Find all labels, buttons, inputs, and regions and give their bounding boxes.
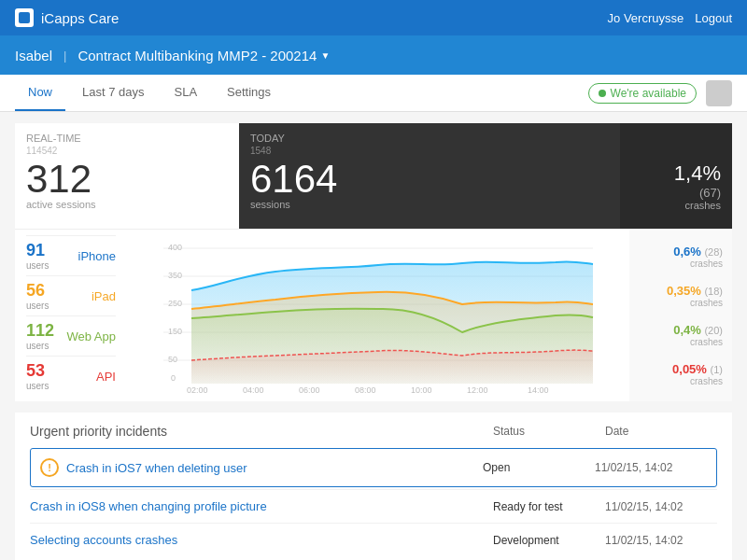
today-panel: Today 1548 6164 sessions xyxy=(239,123,620,229)
svg-text:06:00: 06:00 xyxy=(299,385,320,395)
svg-text:50: 50 xyxy=(168,355,177,364)
svg-text:350: 350 xyxy=(168,271,182,280)
crash-webapp: 0,4% (20) crashes xyxy=(639,323,723,347)
incident-2-title[interactable]: Crash in iOS8 when changing profile pict… xyxy=(30,499,493,513)
svg-text:250: 250 xyxy=(168,299,182,308)
contract-name: Contract Multibanking MMP2 - 200214 xyxy=(78,48,317,63)
tab-now[interactable]: Now xyxy=(15,75,65,111)
today-label: Today xyxy=(250,133,609,144)
device-metrics-left: 91 users iPhone 56 users iPad 112 users … xyxy=(15,230,127,401)
user-avatar[interactable] xyxy=(706,80,732,106)
status-column-header: Status xyxy=(493,425,605,438)
tab-last7days[interactable]: Last 7 days xyxy=(69,75,158,111)
right-crashes: 0,6% (28) crashes 0,35% (18) crashes 0,4… xyxy=(629,230,732,401)
tab-settings[interactable]: Settings xyxy=(214,75,284,111)
svg-text:14:00: 14:00 xyxy=(528,385,549,395)
svg-text:10:00: 10:00 xyxy=(411,385,432,395)
top-header: iCapps Care Jo Vercruysse Logout xyxy=(0,0,747,35)
realtime-label: Real-time xyxy=(26,133,228,144)
crash-api-count: (1) xyxy=(711,364,723,375)
crash-webapp-label: crashes xyxy=(639,337,723,347)
chart-row: 91 users iPhone 56 users iPad 112 users … xyxy=(15,229,732,401)
svg-text:04:00: 04:00 xyxy=(243,385,264,395)
ipad-count: 56 xyxy=(26,281,49,301)
iphone-device: iPhone xyxy=(78,249,116,263)
client-name: Isabel xyxy=(15,48,52,63)
crash-iphone-label: crashes xyxy=(639,259,723,269)
crash-panel: 1,4% (67) crashes xyxy=(620,123,732,229)
svg-text:0: 0 xyxy=(171,373,176,383)
realtime-unit: active sessions xyxy=(26,199,228,210)
crash-iphone: 0,6% (28) crashes xyxy=(639,245,723,269)
crash-ipad-percent: 0,35% xyxy=(667,284,701,298)
api-device: API xyxy=(96,370,116,384)
crash-webapp-count: (20) xyxy=(704,325,723,336)
incident-row-3: Selecting accounts crashes Development 1… xyxy=(30,523,717,556)
contract-selector[interactable]: Contract Multibanking MMP2 - 200214 ▼ xyxy=(78,48,330,63)
metric-ipad: 56 users iPad xyxy=(26,275,116,315)
chart-container: 400 350 250 150 50 0 xyxy=(127,230,629,398)
incident-3-date: 11/02/15, 14:02 xyxy=(605,534,717,547)
incident-3-title[interactable]: Selecting accounts crashes xyxy=(30,533,493,547)
incidents-header: Urgent priority incidents Status Date xyxy=(30,424,717,439)
incident-1-date: 11/02/15, 14:02 xyxy=(595,461,707,474)
incident-row-2: Crash in iOS8 when changing profile pict… xyxy=(30,489,717,523)
crash-ipad: 0,35% (18) crashes xyxy=(639,284,723,308)
webapp-device: Web App xyxy=(66,329,116,343)
iphone-count: 91 xyxy=(26,241,49,260)
svg-text:08:00: 08:00 xyxy=(355,385,376,395)
realtime-sublabel: 114542 xyxy=(26,146,228,156)
crash-label: crashes xyxy=(631,200,721,211)
incident-2-date: 11/02/15, 14:02 xyxy=(605,500,717,513)
logout-button[interactable]: Logout xyxy=(695,11,732,25)
metric-api: 53 users API xyxy=(26,356,116,396)
incident-row-highlighted: ! Crash in iOS7 when deleting user Open … xyxy=(30,448,717,487)
webapp-count: 112 xyxy=(26,321,54,341)
chevron-down-icon: ▼ xyxy=(320,50,330,61)
crash-spacer xyxy=(631,133,721,143)
metric-iphone: 91 users iPhone xyxy=(26,235,116,275)
svg-text:150: 150 xyxy=(168,327,182,336)
crash-api-label: crashes xyxy=(639,376,723,386)
api-label: users xyxy=(26,381,49,391)
available-badge: We're available xyxy=(588,83,697,104)
crash-api-percent: 0,05% xyxy=(672,362,707,376)
main-content: Real-time 114542 312 active sessions Tod… xyxy=(0,112,747,560)
realtime-big-number: 312 xyxy=(26,160,228,199)
user-name: Jo Vercruysse xyxy=(608,11,684,25)
svg-text:400: 400 xyxy=(168,243,182,252)
crash-iphone-percent: 0,6% xyxy=(673,245,701,259)
svg-text:02:00: 02:00 xyxy=(187,385,208,395)
crash-webapp-percent: 0,4% xyxy=(673,323,701,337)
app-title: iCapps Care xyxy=(41,10,119,26)
crash-count: (67) xyxy=(631,186,721,200)
available-label: We're available xyxy=(611,87,686,100)
chart-svg: 400 350 250 150 50 0 xyxy=(127,230,629,398)
ipad-label: users xyxy=(26,301,49,311)
header-divider: | xyxy=(63,49,66,63)
incident-3-status: Development xyxy=(493,534,605,547)
nav-tabs: Now Last 7 days SLA Settings We're avail… xyxy=(0,75,747,112)
incidents-section: Urgent priority incidents Status Date ! … xyxy=(15,413,732,560)
ipad-device: iPad xyxy=(92,289,116,303)
date-column-header: Date xyxy=(605,425,717,438)
top-header-right: Jo Vercruysse Logout xyxy=(608,11,732,25)
available-dot-icon xyxy=(599,90,606,97)
realtime-panel: Real-time 114542 312 active sessions xyxy=(15,123,239,229)
incident-2-status: Ready for test xyxy=(493,500,605,513)
nav-right: We're available xyxy=(588,80,732,106)
app-logo xyxy=(15,8,34,27)
api-count: 53 xyxy=(26,361,49,381)
crash-ipad-count: (18) xyxy=(704,286,723,297)
today-sublabel: 1548 xyxy=(250,146,609,156)
crash-api: 0,05% (1) crashes xyxy=(639,362,723,386)
svg-text:12:00: 12:00 xyxy=(467,385,488,395)
metric-webapp: 112 users Web App xyxy=(26,315,116,356)
app-logo-inner xyxy=(19,12,30,23)
webapp-label: users xyxy=(26,341,54,351)
sub-header: Isabel | Contract Multibanking MMP2 - 20… xyxy=(0,35,747,75)
incident-1-title[interactable]: Crash in iOS7 when deleting user xyxy=(66,461,483,475)
crash-iphone-count: (28) xyxy=(704,246,723,258)
incidents-title: Urgent priority incidents xyxy=(30,424,493,439)
tab-sla[interactable]: SLA xyxy=(162,75,211,111)
